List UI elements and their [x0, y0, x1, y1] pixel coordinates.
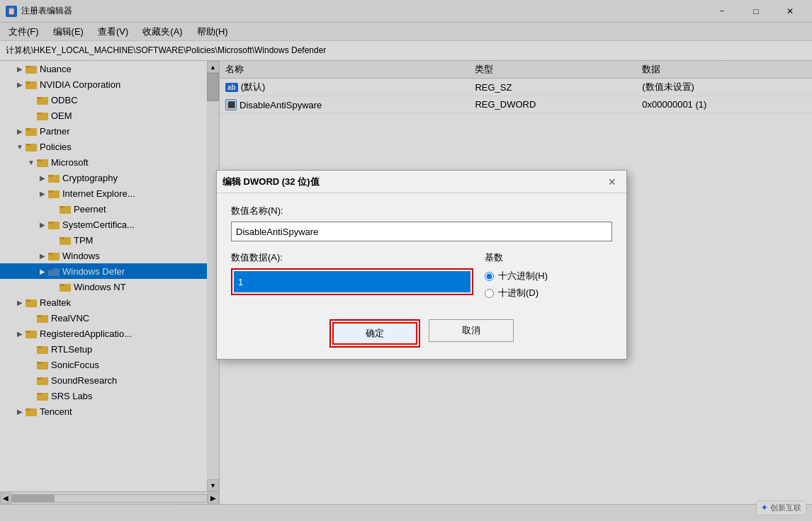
data-input[interactable]	[234, 271, 470, 292]
edit-dword-dialog: 编辑 DWORD (32 位)值 ✕ 数值名称(N): 数值数据(A): 基数 …	[216, 170, 627, 360]
radio-dec-input[interactable]	[485, 289, 494, 298]
data-input-section: 数值数据(A):	[231, 251, 473, 295]
radio-hex-label: 十六进制(H)	[498, 270, 548, 282]
dialog-title: 编辑 DWORD (32 位)值	[222, 176, 320, 188]
dialog-buttons: 确定 取消	[217, 311, 626, 359]
radio-group: 十六进制(H) 十进制(D)	[485, 270, 612, 299]
base-label: 基数	[485, 251, 612, 264]
radio-dec-label: 十进制(D)	[498, 287, 538, 299]
name-input[interactable]	[231, 222, 612, 241]
cancel-button[interactable]: 取消	[429, 319, 514, 342]
radio-dec[interactable]: 十进制(D)	[485, 287, 612, 299]
base-section: 基数 十六进制(H) 十进制(D)	[485, 251, 612, 299]
ok-button[interactable]: 确定	[332, 322, 417, 345]
dialog-title-bar: 编辑 DWORD (32 位)值 ✕	[217, 171, 626, 193]
radio-hex[interactable]: 十六进制(H)	[485, 270, 612, 282]
dialog-body: 数值名称(N): 数值数据(A): 基数 十六进制(H) 十进制	[217, 193, 626, 311]
dialog-close-button[interactable]: ✕	[604, 173, 621, 190]
radio-hex-input[interactable]	[485, 272, 494, 281]
data-label: 数值数据(A):	[231, 251, 473, 264]
name-label: 数值名称(N):	[231, 205, 612, 217]
dialog-row: 数值数据(A): 基数 十六进制(H) 十进制(D)	[231, 251, 612, 299]
